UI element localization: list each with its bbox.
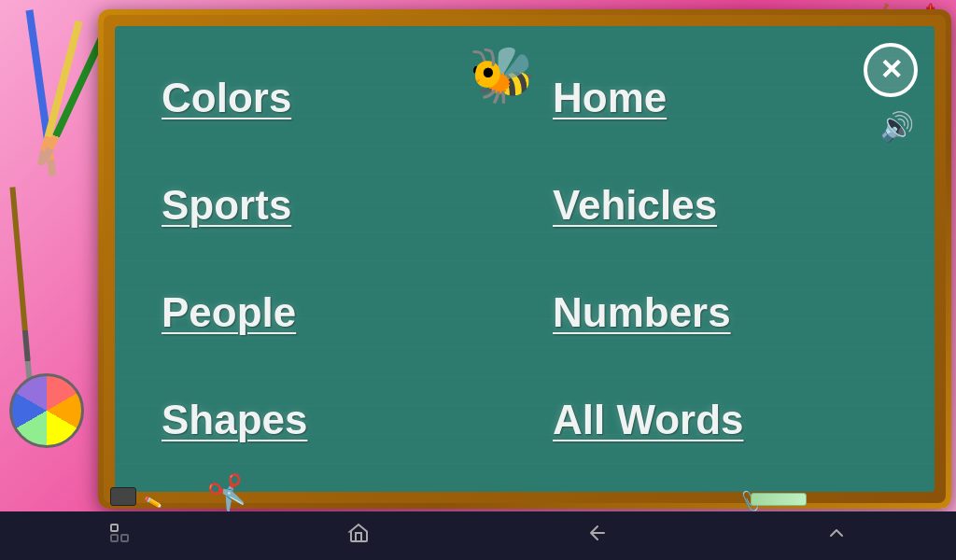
- menu-item-colors[interactable]: Colors: [143, 45, 525, 152]
- nav-back[interactable]: [586, 522, 609, 550]
- menu-item-vehicles[interactable]: Vehicles: [525, 152, 907, 259]
- sound-button[interactable]: 🔊: [879, 110, 914, 143]
- watercolors-palette: [9, 373, 84, 448]
- menu-item-all-words[interactable]: All Words: [525, 366, 907, 473]
- nav-bar: [0, 511, 956, 560]
- paintbrush: [9, 187, 33, 392]
- nav-recent-apps[interactable]: [108, 522, 131, 550]
- chalkboard-surface: 🐝 ✕ 🔊 Colors Home Sports Vehicles People: [115, 26, 935, 492]
- svg-rect-2: [121, 535, 128, 541]
- nav-home[interactable]: [347, 522, 370, 550]
- nav-up[interactable]: [825, 522, 848, 550]
- menu-item-shapes[interactable]: Shapes: [143, 366, 525, 473]
- menu-item-sports[interactable]: Sports: [143, 152, 525, 259]
- left-decoration: [0, 0, 107, 523]
- svg-rect-0: [111, 525, 118, 531]
- menu-item-numbers[interactable]: Numbers: [525, 259, 907, 367]
- chalkboard-frame: 🐝 ✕ 🔊 Colors Home Sports Vehicles People: [98, 9, 951, 509]
- bee-mascot: 🐝: [469, 43, 536, 106]
- close-button[interactable]: ✕: [864, 43, 918, 97]
- watercolors: [9, 373, 84, 448]
- svg-rect-1: [111, 535, 118, 541]
- menu-item-home[interactable]: Home: [525, 45, 907, 152]
- eraser: [751, 493, 807, 506]
- menu-item-people[interactable]: People: [143, 259, 525, 367]
- sharpener: [110, 487, 136, 506]
